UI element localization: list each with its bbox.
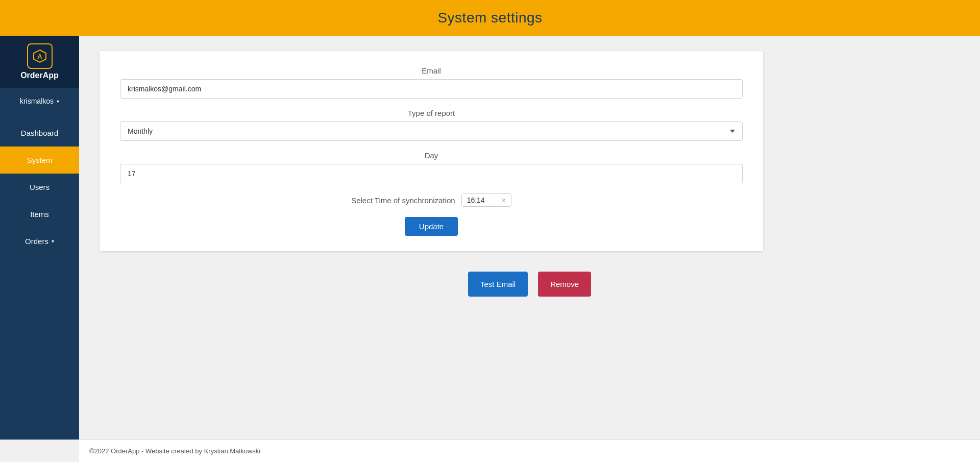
page-title: System settings [437, 10, 542, 26]
footer: ©2022 OrderApp - Website created by Krys… [79, 440, 980, 462]
test-email-button[interactable]: Test Email [468, 272, 528, 297]
user-caret-icon: ▾ [57, 99, 59, 104]
sync-row: Select Time of synchronization × [120, 193, 743, 207]
sidebar-item-dashboard[interactable]: Dashboard [0, 119, 79, 147]
sidebar-item-items[interactable]: Items [0, 201, 79, 228]
settings-card: Email Type of report Monthly Weekly Dail… [100, 51, 763, 251]
report-type-group: Type of report Monthly Weekly Daily [120, 109, 743, 141]
logo-icon: A [27, 43, 53, 69]
sync-time-input[interactable] [467, 196, 498, 204]
header: System settings [0, 0, 980, 36]
sync-label: Select Time of synchronization [351, 196, 455, 205]
remove-button[interactable]: Remove [538, 272, 591, 297]
day-label: Day [120, 151, 743, 160]
logo-text: OrderApp [20, 71, 59, 80]
sidebar-username: krismalkos [20, 97, 54, 105]
sidebar-item-system[interactable]: System [0, 147, 79, 174]
sidebar-item-orders[interactable]: Orders ▾ [0, 228, 79, 255]
report-type-select[interactable]: Monthly Weekly Daily [120, 121, 743, 141]
sidebar-item-users[interactable]: Users [0, 174, 79, 201]
email-field[interactable] [120, 79, 743, 99]
sidebar-user[interactable]: krismalkos ▾ [0, 88, 79, 114]
sync-input-wrapper: × [461, 193, 511, 207]
svg-text:A: A [37, 53, 42, 60]
orders-caret-icon: ▾ [52, 238, 54, 244]
report-type-label: Type of report [120, 109, 743, 117]
email-label: Email [120, 66, 743, 75]
sync-clear-icon[interactable]: × [502, 197, 506, 204]
update-button[interactable]: Update [405, 217, 458, 236]
sidebar-logo: A OrderApp [0, 36, 79, 88]
day-group: Day [120, 151, 743, 183]
sidebar-nav: Dashboard System Users Items Orders ▾ [0, 119, 79, 440]
sidebar: A OrderApp krismalkos ▾ Dashboard System… [0, 36, 79, 440]
day-field[interactable] [120, 164, 743, 183]
email-group: Email [120, 66, 743, 99]
action-buttons: Test Email Remove [100, 272, 960, 297]
footer-text: ©2022 OrderApp - Website created by Krys… [89, 447, 260, 455]
main-content: Email Type of report Monthly Weekly Dail… [79, 36, 980, 440]
